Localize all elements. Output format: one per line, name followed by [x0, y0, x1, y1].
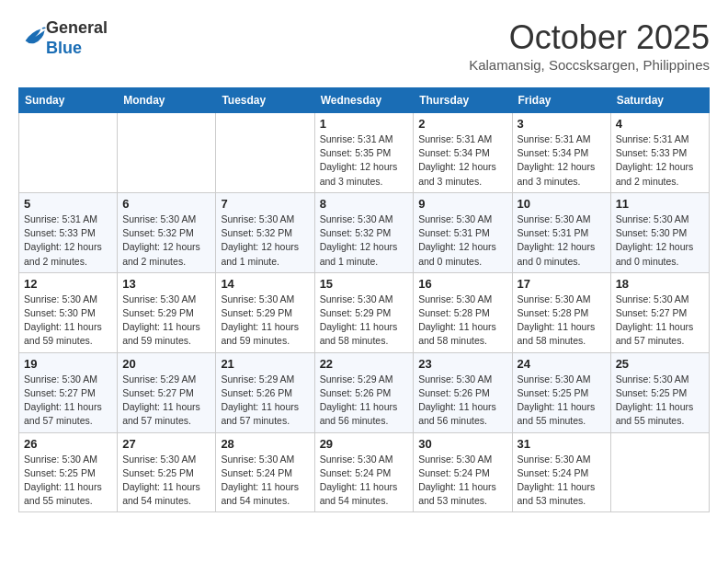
- day-number: 29: [320, 437, 409, 451]
- col-header-saturday: Saturday: [610, 88, 709, 113]
- cell-info: Sunrise: 5:30 AMSunset: 5:25 PMDaylight:…: [518, 373, 596, 427]
- cell-info: Sunrise: 5:30 AMSunset: 5:25 PMDaylight:…: [122, 454, 200, 507]
- col-header-monday: Monday: [118, 88, 216, 113]
- cell-info: Sunrise: 5:30 AMSunset: 5:31 PMDaylight:…: [418, 213, 496, 267]
- week-row: 1Sunrise: 5:31 AMSunset: 5:35 PMDaylight…: [19, 113, 710, 193]
- day-number: 30: [418, 437, 506, 451]
- page-header: General Blue October 2025 Kalamansig, So…: [18, 18, 710, 73]
- cell-info: Sunrise: 5:30 AMSunset: 5:27 PMDaylight:…: [616, 293, 694, 347]
- day-number: 14: [221, 277, 309, 291]
- calendar-cell: 13Sunrise: 5:30 AMSunset: 5:29 PMDayligh…: [118, 272, 216, 352]
- cell-info: Sunrise: 5:30 AMSunset: 5:32 PMDaylight:…: [122, 213, 200, 267]
- day-number: 7: [221, 197, 309, 211]
- title-block: October 2025 Kalamansig, Soccsksargen, P…: [469, 18, 710, 73]
- calendar-cell: 25Sunrise: 5:30 AMSunset: 5:25 PMDayligh…: [610, 352, 709, 432]
- location-subtitle: Kalamansig, Soccsksargen, Philippines: [469, 57, 710, 73]
- day-number: 10: [518, 197, 606, 211]
- cell-info: Sunrise: 5:30 AMSunset: 5:24 PMDaylight:…: [418, 454, 496, 507]
- day-number: 15: [320, 277, 409, 291]
- day-number: 9: [418, 197, 506, 211]
- cell-info: Sunrise: 5:30 AMSunset: 5:30 PMDaylight:…: [616, 213, 694, 267]
- cell-info: Sunrise: 5:31 AMSunset: 5:33 PMDaylight:…: [616, 133, 694, 187]
- cell-info: Sunrise: 5:31 AMSunset: 5:35 PMDaylight:…: [320, 133, 398, 187]
- calendar-cell: 11Sunrise: 5:30 AMSunset: 5:30 PMDayligh…: [610, 192, 709, 272]
- day-number: 18: [616, 277, 704, 291]
- calendar-cell: 19Sunrise: 5:30 AMSunset: 5:27 PMDayligh…: [19, 352, 118, 432]
- cell-info: Sunrise: 5:30 AMSunset: 5:27 PMDaylight:…: [24, 373, 102, 427]
- cell-info: Sunrise: 5:31 AMSunset: 5:34 PMDaylight:…: [418, 133, 496, 187]
- day-number: 20: [122, 357, 210, 371]
- day-number: 12: [24, 277, 112, 291]
- calendar-cell: 9Sunrise: 5:30 AMSunset: 5:31 PMDaylight…: [414, 192, 512, 272]
- calendar-cell: 30Sunrise: 5:30 AMSunset: 5:24 PMDayligh…: [414, 432, 512, 512]
- day-number: 13: [122, 277, 210, 291]
- day-number: 31: [518, 437, 606, 451]
- cell-info: Sunrise: 5:30 AMSunset: 5:26 PMDaylight:…: [418, 373, 496, 427]
- calendar-cell: 14Sunrise: 5:30 AMSunset: 5:29 PMDayligh…: [216, 272, 314, 352]
- cell-info: Sunrise: 5:31 AMSunset: 5:34 PMDaylight:…: [518, 133, 596, 187]
- day-number: 3: [518, 117, 606, 131]
- day-number: 25: [616, 357, 704, 371]
- calendar-cell: 18Sunrise: 5:30 AMSunset: 5:27 PMDayligh…: [610, 272, 709, 352]
- cell-info: Sunrise: 5:30 AMSunset: 5:28 PMDaylight:…: [418, 293, 496, 347]
- calendar-cell: [216, 113, 314, 193]
- calendar-cell: 20Sunrise: 5:29 AMSunset: 5:27 PMDayligh…: [118, 352, 216, 432]
- day-number: 28: [221, 437, 309, 451]
- day-number: 11: [616, 197, 704, 211]
- cell-info: Sunrise: 5:30 AMSunset: 5:25 PMDaylight:…: [616, 373, 694, 427]
- col-header-wednesday: Wednesday: [314, 88, 414, 113]
- cell-info: Sunrise: 5:29 AMSunset: 5:26 PMDaylight:…: [221, 373, 299, 427]
- calendar-cell: 31Sunrise: 5:30 AMSunset: 5:24 PMDayligh…: [512, 432, 610, 512]
- col-header-tuesday: Tuesday: [216, 88, 314, 113]
- day-number: 4: [616, 117, 704, 131]
- cell-info: Sunrise: 5:30 AMSunset: 5:29 PMDaylight:…: [320, 293, 398, 347]
- cell-info: Sunrise: 5:30 AMSunset: 5:30 PMDaylight:…: [24, 293, 102, 347]
- calendar-cell: 3Sunrise: 5:31 AMSunset: 5:34 PMDaylight…: [512, 113, 610, 193]
- cell-info: Sunrise: 5:30 AMSunset: 5:24 PMDaylight:…: [518, 454, 596, 507]
- day-number: 24: [518, 357, 606, 371]
- day-number: 21: [221, 357, 309, 371]
- cell-info: Sunrise: 5:30 AMSunset: 5:32 PMDaylight:…: [320, 213, 398, 267]
- cell-info: Sunrise: 5:30 AMSunset: 5:31 PMDaylight:…: [518, 213, 596, 267]
- calendar-cell: [118, 113, 216, 193]
- day-number: 19: [24, 357, 112, 371]
- cell-info: Sunrise: 5:30 AMSunset: 5:29 PMDaylight:…: [122, 293, 200, 347]
- calendar-cell: [19, 113, 118, 193]
- calendar-cell: 8Sunrise: 5:30 AMSunset: 5:32 PMDaylight…: [314, 192, 414, 272]
- calendar-cell: 12Sunrise: 5:30 AMSunset: 5:30 PMDayligh…: [19, 272, 118, 352]
- day-number: 2: [418, 117, 506, 131]
- calendar-cell: 24Sunrise: 5:30 AMSunset: 5:25 PMDayligh…: [512, 352, 610, 432]
- week-row: 12Sunrise: 5:30 AMSunset: 5:30 PMDayligh…: [19, 272, 710, 352]
- cell-info: Sunrise: 5:30 AMSunset: 5:25 PMDaylight:…: [24, 454, 102, 507]
- logo-bird-icon: [20, 26, 46, 48]
- day-number: 23: [418, 357, 506, 371]
- logo: General Blue: [18, 18, 108, 58]
- day-number: 17: [518, 277, 606, 291]
- week-row: 5Sunrise: 5:31 AMSunset: 5:33 PMDaylight…: [19, 192, 710, 272]
- col-header-sunday: Sunday: [19, 88, 118, 113]
- calendar-cell: 16Sunrise: 5:30 AMSunset: 5:28 PMDayligh…: [414, 272, 512, 352]
- day-number: 5: [24, 197, 112, 211]
- day-number: 6: [122, 197, 210, 211]
- calendar-cell: 27Sunrise: 5:30 AMSunset: 5:25 PMDayligh…: [118, 432, 216, 512]
- cell-info: Sunrise: 5:30 AMSunset: 5:24 PMDaylight:…: [320, 454, 398, 507]
- cell-info: Sunrise: 5:29 AMSunset: 5:27 PMDaylight:…: [122, 373, 200, 427]
- calendar-cell: 29Sunrise: 5:30 AMSunset: 5:24 PMDayligh…: [314, 432, 414, 512]
- calendar-cell: 1Sunrise: 5:31 AMSunset: 5:35 PMDaylight…: [314, 113, 414, 193]
- header-row: SundayMondayTuesdayWednesdayThursdayFrid…: [19, 88, 710, 113]
- calendar-cell: 21Sunrise: 5:29 AMSunset: 5:26 PMDayligh…: [216, 352, 314, 432]
- day-number: 22: [320, 357, 409, 371]
- calendar-cell: 10Sunrise: 5:30 AMSunset: 5:31 PMDayligh…: [512, 192, 610, 272]
- calendar-cell: 2Sunrise: 5:31 AMSunset: 5:34 PMDaylight…: [414, 113, 512, 193]
- cell-info: Sunrise: 5:29 AMSunset: 5:26 PMDaylight:…: [320, 373, 398, 427]
- day-number: 1: [320, 117, 409, 131]
- cell-info: Sunrise: 5:31 AMSunset: 5:33 PMDaylight:…: [24, 213, 102, 267]
- day-number: 27: [122, 437, 210, 451]
- calendar-cell: 17Sunrise: 5:30 AMSunset: 5:28 PMDayligh…: [512, 272, 610, 352]
- logo-text: General Blue: [46, 18, 108, 58]
- calendar-cell: 28Sunrise: 5:30 AMSunset: 5:24 PMDayligh…: [216, 432, 314, 512]
- calendar-cell: 23Sunrise: 5:30 AMSunset: 5:26 PMDayligh…: [414, 352, 512, 432]
- calendar-cell: 4Sunrise: 5:31 AMSunset: 5:33 PMDaylight…: [610, 113, 709, 193]
- col-header-friday: Friday: [512, 88, 610, 113]
- week-row: 19Sunrise: 5:30 AMSunset: 5:27 PMDayligh…: [19, 352, 710, 432]
